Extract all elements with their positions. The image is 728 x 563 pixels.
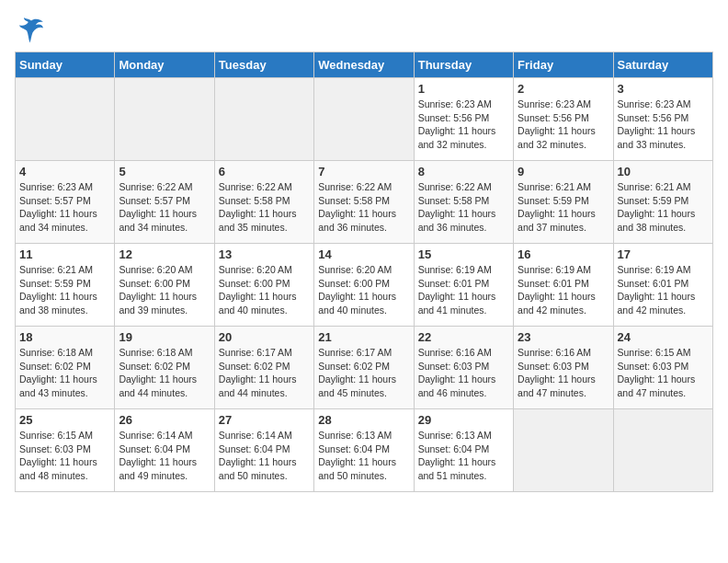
calendar-cell: 3Sunrise: 6:23 AM Sunset: 5:56 PM Daylig… [613, 78, 712, 161]
day-info: Sunrise: 6:23 AM Sunset: 5:57 PM Dayligh… [19, 180, 110, 235]
day-info: Sunrise: 6:22 AM Sunset: 5:58 PM Dayligh… [219, 180, 310, 235]
day-info: Sunrise: 6:18 AM Sunset: 6:02 PM Dayligh… [119, 346, 210, 400]
day-info: Sunrise: 6:23 AM Sunset: 5:56 PM Dayligh… [618, 98, 709, 152]
calendar-cell: 26Sunrise: 6:14 AM Sunset: 6:04 PM Dayli… [115, 409, 214, 492]
day-info: Sunrise: 6:21 AM Sunset: 5:59 PM Dayligh… [518, 180, 609, 235]
calendar-cell [514, 409, 613, 492]
calendar-cell: 28Sunrise: 6:13 AM Sunset: 6:04 PM Dayli… [314, 409, 414, 492]
calendar-cell: 10Sunrise: 6:21 AM Sunset: 5:59 PM Dayli… [613, 161, 712, 244]
calendar-cell: 9Sunrise: 6:21 AM Sunset: 5:59 PM Daylig… [514, 161, 613, 244]
day-number: 19 [119, 330, 210, 344]
day-info: Sunrise: 6:20 AM Sunset: 6:00 PM Dayligh… [219, 263, 310, 317]
day-number: 23 [518, 330, 609, 344]
day-info: Sunrise: 6:17 AM Sunset: 6:02 PM Dayligh… [219, 346, 310, 400]
calendar-cell [214, 78, 313, 161]
calendar-cell: 5Sunrise: 6:22 AM Sunset: 5:57 PM Daylig… [115, 161, 214, 244]
day-number: 2 [518, 82, 609, 96]
day-info: Sunrise: 6:23 AM Sunset: 5:56 PM Dayligh… [418, 98, 509, 152]
logo-bird-icon [17, 15, 46, 44]
calendar-cell: 18Sunrise: 6:18 AM Sunset: 6:02 PM Dayli… [16, 327, 115, 409]
day-number: 8 [418, 165, 509, 178]
day-info: Sunrise: 6:17 AM Sunset: 6:02 PM Dayligh… [318, 346, 409, 400]
day-number: 25 [19, 413, 110, 427]
day-info: Sunrise: 6:21 AM Sunset: 5:59 PM Dayligh… [618, 180, 709, 235]
calendar-cell [314, 78, 414, 161]
calendar-cell: 7Sunrise: 6:22 AM Sunset: 5:58 PM Daylig… [314, 161, 414, 244]
calendar-cell [115, 78, 214, 161]
day-number: 27 [219, 413, 310, 427]
logo [15, 15, 46, 44]
day-header-monday: Monday [115, 52, 214, 78]
calendar-cell: 14Sunrise: 6:20 AM Sunset: 6:00 PM Dayli… [314, 244, 414, 327]
calendar-cell: 8Sunrise: 6:22 AM Sunset: 5:58 PM Daylig… [414, 161, 513, 244]
day-number: 14 [318, 247, 409, 261]
days-of-week-row: SundayMondayTuesdayWednesdayThursdayFrid… [16, 52, 713, 78]
day-info: Sunrise: 6:14 AM Sunset: 6:04 PM Dayligh… [219, 429, 310, 483]
calendar-cell: 1Sunrise: 6:23 AM Sunset: 5:56 PM Daylig… [414, 78, 513, 161]
day-header-saturday: Saturday [613, 52, 712, 78]
day-number: 3 [618, 82, 709, 96]
day-number: 21 [318, 330, 409, 344]
day-info: Sunrise: 6:13 AM Sunset: 6:04 PM Dayligh… [418, 429, 509, 483]
day-number: 7 [318, 165, 409, 178]
calendar-cell: 17Sunrise: 6:19 AM Sunset: 6:01 PM Dayli… [613, 244, 712, 327]
day-number: 28 [318, 413, 409, 427]
day-number: 10 [618, 165, 709, 178]
day-number: 29 [418, 413, 509, 427]
calendar-cell: 4Sunrise: 6:23 AM Sunset: 5:57 PM Daylig… [16, 161, 115, 244]
day-info: Sunrise: 6:22 AM Sunset: 5:57 PM Dayligh… [119, 180, 210, 235]
calendar-cell: 6Sunrise: 6:22 AM Sunset: 5:58 PM Daylig… [214, 161, 313, 244]
day-header-thursday: Thursday [414, 52, 513, 78]
day-number: 15 [418, 247, 509, 261]
calendar-cell [16, 78, 115, 161]
calendar-cell [613, 409, 712, 492]
day-header-sunday: Sunday [16, 52, 115, 78]
day-number: 11 [19, 247, 110, 261]
day-info: Sunrise: 6:15 AM Sunset: 6:03 PM Dayligh… [19, 429, 110, 483]
day-number: 5 [119, 165, 210, 178]
day-info: Sunrise: 6:13 AM Sunset: 6:04 PM Dayligh… [318, 429, 409, 483]
week-row-2: 4Sunrise: 6:23 AM Sunset: 5:57 PM Daylig… [16, 161, 713, 244]
day-number: 26 [119, 413, 210, 427]
calendar-cell: 27Sunrise: 6:14 AM Sunset: 6:04 PM Dayli… [214, 409, 313, 492]
calendar-cell: 2Sunrise: 6:23 AM Sunset: 5:56 PM Daylig… [514, 78, 613, 161]
day-number: 22 [418, 330, 509, 344]
calendar-cell: 21Sunrise: 6:17 AM Sunset: 6:02 PM Dayli… [314, 327, 414, 409]
calendar-cell: 23Sunrise: 6:16 AM Sunset: 6:03 PM Dayli… [514, 327, 613, 409]
week-row-3: 11Sunrise: 6:21 AM Sunset: 5:59 PM Dayli… [16, 244, 713, 327]
week-row-1: 1Sunrise: 6:23 AM Sunset: 5:56 PM Daylig… [16, 78, 713, 161]
calendar-body: 1Sunrise: 6:23 AM Sunset: 5:56 PM Daylig… [16, 78, 713, 492]
day-info: Sunrise: 6:15 AM Sunset: 6:03 PM Dayligh… [618, 346, 709, 400]
day-info: Sunrise: 6:16 AM Sunset: 6:03 PM Dayligh… [518, 346, 609, 400]
day-info: Sunrise: 6:18 AM Sunset: 6:02 PM Dayligh… [19, 346, 110, 400]
day-number: 13 [219, 247, 310, 261]
day-info: Sunrise: 6:21 AM Sunset: 5:59 PM Dayligh… [19, 263, 110, 317]
calendar-cell: 11Sunrise: 6:21 AM Sunset: 5:59 PM Dayli… [16, 244, 115, 327]
day-info: Sunrise: 6:19 AM Sunset: 6:01 PM Dayligh… [518, 263, 609, 317]
page-header [15, 15, 713, 44]
calendar-cell: 16Sunrise: 6:19 AM Sunset: 6:01 PM Dayli… [514, 244, 613, 327]
day-number: 24 [618, 330, 709, 344]
day-number: 16 [518, 247, 609, 261]
calendar-table: SundayMondayTuesdayWednesdayThursdayFrid… [15, 52, 713, 492]
calendar-cell: 19Sunrise: 6:18 AM Sunset: 6:02 PM Dayli… [115, 327, 214, 409]
calendar-cell: 20Sunrise: 6:17 AM Sunset: 6:02 PM Dayli… [214, 327, 313, 409]
week-row-5: 25Sunrise: 6:15 AM Sunset: 6:03 PM Dayli… [16, 409, 713, 492]
day-number: 6 [219, 165, 310, 178]
day-number: 9 [518, 165, 609, 178]
day-info: Sunrise: 6:20 AM Sunset: 6:00 PM Dayligh… [318, 263, 409, 317]
calendar-cell: 22Sunrise: 6:16 AM Sunset: 6:03 PM Dayli… [414, 327, 513, 409]
calendar-cell: 12Sunrise: 6:20 AM Sunset: 6:00 PM Dayli… [115, 244, 214, 327]
calendar-cell: 15Sunrise: 6:19 AM Sunset: 6:01 PM Dayli… [414, 244, 513, 327]
day-info: Sunrise: 6:19 AM Sunset: 6:01 PM Dayligh… [618, 263, 709, 317]
day-number: 12 [119, 247, 210, 261]
calendar-header: SundayMondayTuesdayWednesdayThursdayFrid… [16, 52, 713, 78]
day-info: Sunrise: 6:16 AM Sunset: 6:03 PM Dayligh… [418, 346, 509, 400]
day-header-friday: Friday [514, 52, 613, 78]
day-info: Sunrise: 6:19 AM Sunset: 6:01 PM Dayligh… [418, 263, 509, 317]
day-number: 17 [618, 247, 709, 261]
week-row-4: 18Sunrise: 6:18 AM Sunset: 6:02 PM Dayli… [16, 327, 713, 409]
calendar-cell: 25Sunrise: 6:15 AM Sunset: 6:03 PM Dayli… [16, 409, 115, 492]
day-info: Sunrise: 6:22 AM Sunset: 5:58 PM Dayligh… [418, 180, 509, 235]
calendar-cell: 24Sunrise: 6:15 AM Sunset: 6:03 PM Dayli… [613, 327, 712, 409]
